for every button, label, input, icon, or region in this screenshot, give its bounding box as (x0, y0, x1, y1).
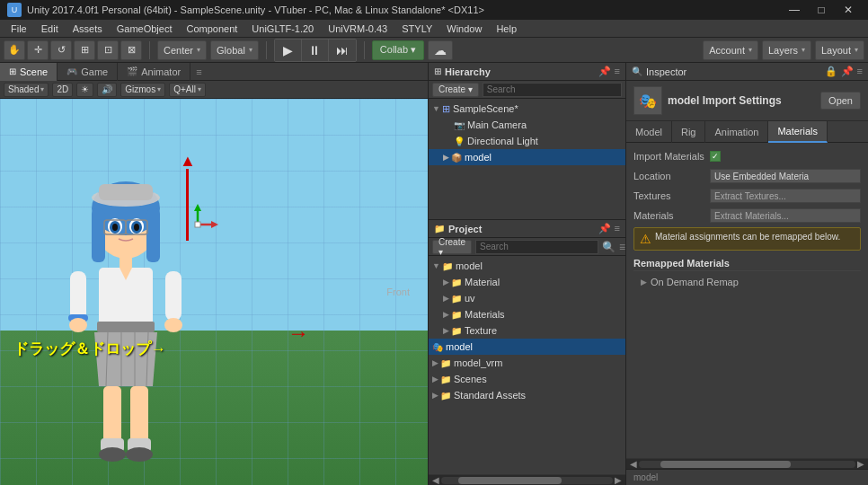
menu-univrm[interactable]: UniVRM-0.43 (321, 20, 394, 38)
hierarchy-model[interactable]: ▶ 📦 model (429, 149, 625, 165)
inspector-actions: 🔒 📌 ≡ (825, 66, 863, 77)
inspector-object-header: 🎭 model Import Settings Open (626, 81, 868, 121)
svg-rect-24 (70, 271, 86, 321)
tab-animation[interactable]: Animation (705, 121, 768, 143)
project-scrollbar[interactable]: ◀ ▶ (429, 474, 625, 485)
hierarchy-directional-light[interactable]: 💡 Directional Light (429, 133, 625, 149)
scrollbar-track[interactable] (441, 477, 613, 484)
project-model-asset[interactable]: 🎭 model (429, 339, 625, 355)
gizmos-dropdown[interactable]: Gizmos▾ (120, 83, 165, 97)
center-dropdown[interactable]: Center▾ (157, 40, 207, 60)
move-tool[interactable]: ✛ (27, 40, 49, 60)
project-menu[interactable]: ≡ (615, 223, 620, 234)
scroll-left[interactable]: ◀ (430, 475, 441, 485)
menu-gameobject[interactable]: GameObject (110, 20, 180, 38)
scale-tool[interactable]: ⊞ (74, 40, 95, 60)
textures-btn[interactable]: Extract Textures... (710, 189, 861, 203)
drag-arrow-right: → (288, 321, 309, 346)
project-panel: 📁 Project 📌 ≡ Create ▾ 🔍 ≡ ▼ 📁 (429, 220, 625, 485)
open-button[interactable]: Open (820, 92, 861, 110)
search-filter[interactable]: Q+All▾ (169, 83, 206, 97)
svg-point-33 (99, 447, 126, 462)
account-dropdown[interactable]: Account▾ (703, 40, 758, 60)
materials-btn[interactable]: Extract Materials... (710, 208, 861, 223)
menu-unigltf[interactable]: UniGLTF-1.20 (244, 20, 321, 38)
play-button[interactable]: ▶ (275, 40, 302, 61)
scene-tab-bar: ⊞ Scene 🎮 Game 🎬 Animator ≡ (0, 63, 428, 81)
cloud-button[interactable]: ☁ (428, 40, 453, 60)
import-materials-label: Import Materials (633, 151, 710, 162)
rotate-tool[interactable]: ↺ (50, 40, 72, 60)
menu-window[interactable]: Window (439, 20, 489, 38)
hierarchy-search[interactable] (483, 83, 622, 97)
hierarchy-panel: ⊞ Hierarchy 📌 ≡ Create ▾ ▼ ⊞ SampleScene… (429, 63, 625, 220)
audio-button[interactable]: 🔊 (97, 83, 117, 97)
tab-rig[interactable]: Rig (672, 121, 706, 143)
project-search-icon[interactable]: 🔍 (602, 241, 616, 253)
rect-tool[interactable]: ⊡ (97, 40, 119, 60)
collab-button[interactable]: Collab ▾ (372, 40, 424, 60)
insp-scrollbar-track[interactable] (639, 461, 855, 468)
location-value[interactable]: Use Embedded Materia (710, 169, 861, 183)
hierarchy-main-camera[interactable]: 📷 Main Camera (429, 117, 625, 133)
menu-styly[interactable]: STYLY (394, 20, 439, 38)
lighting-button[interactable]: ☀ (76, 83, 93, 97)
project-search[interactable] (475, 240, 598, 254)
tab-model[interactable]: Model (626, 121, 672, 143)
tab-more[interactable]: ≡ (190, 66, 207, 77)
shading-dropdown[interactable]: Shaded▾ (4, 83, 49, 97)
hand-tool[interactable]: ✋ (4, 40, 25, 60)
menubar: File Edit Assets GameObject Component Un… (0, 20, 868, 38)
on-demand-remap[interactable]: ▶ On Demand Remap (633, 275, 861, 289)
inspector-menu[interactable]: ≡ (857, 66, 863, 77)
insp-scrollbar-thumb[interactable] (660, 461, 791, 468)
project-options[interactable]: ≡ (619, 241, 625, 253)
project-standard-assets-folder[interactable]: ▶ 📁 Standard Assets (429, 387, 625, 403)
transform-tool[interactable]: ⊠ (120, 40, 142, 60)
project-material-folder[interactable]: ▶ 📁 Material (429, 274, 625, 290)
menu-file[interactable]: File (4, 20, 34, 38)
tab-game[interactable]: 🎮 Game (58, 63, 118, 81)
svg-rect-39 (195, 222, 200, 227)
step-button[interactable]: ⏭ (329, 40, 356, 61)
project-texture-folder[interactable]: ▶ 📁 Texture (429, 322, 625, 339)
scroll-right[interactable]: ▶ (613, 475, 624, 485)
tab-animator[interactable]: 🎬 Animator (118, 63, 190, 81)
menu-assets[interactable]: Assets (66, 20, 110, 38)
hierarchy-scene-root[interactable]: ▼ ⊞ SampleScene* (429, 101, 625, 117)
menu-edit[interactable]: Edit (34, 20, 66, 38)
project-materials-folder[interactable]: ▶ 📁 Materials (429, 306, 625, 322)
2d-button[interactable]: 2D (52, 83, 73, 97)
project-model-folder[interactable]: ▼ 📁 model (429, 258, 625, 274)
layout-dropdown[interactable]: Layout▾ (815, 40, 864, 60)
hierarchy-pin[interactable]: 📌 (598, 66, 611, 77)
project-scenes-folder[interactable]: ▶ 📁 Scenes (429, 371, 625, 387)
scene-viewport[interactable]: ▲ Front ドラッグ＆ドロップ→ → (0, 99, 428, 485)
layers-dropdown[interactable]: Layers▾ (762, 40, 811, 60)
hierarchy-create-btn[interactable]: Create ▾ (432, 83, 479, 97)
hierarchy-menu[interactable]: ≡ (615, 66, 620, 77)
insp-scroll-right[interactable]: ▶ (855, 459, 866, 469)
tab-scene[interactable]: ⊞ Scene (0, 63, 58, 81)
pause-button[interactable]: ⏸ (302, 40, 329, 61)
menu-component[interactable]: Component (179, 20, 244, 38)
maximize-button[interactable]: □ (809, 0, 834, 20)
project-create-btn[interactable]: Create ▾ (432, 240, 472, 254)
tab-materials[interactable]: Materials (768, 121, 828, 143)
insp-scroll-left[interactable]: ◀ (628, 459, 639, 469)
inspector-lock[interactable]: 🔒 (825, 66, 837, 77)
minimize-button[interactable]: — (782, 0, 807, 20)
global-dropdown[interactable]: Global▾ (210, 40, 259, 60)
project-uv-folder[interactable]: ▶ 📁 uv (429, 290, 625, 306)
project-model-vrm-folder[interactable]: ▶ 📁 model_vrm (429, 355, 625, 371)
inspector-pin[interactable]: 📌 (841, 66, 854, 77)
svg-rect-27 (165, 271, 182, 321)
project-pin[interactable]: 📌 (598, 223, 611, 234)
close-button[interactable]: ✕ (836, 0, 861, 20)
import-materials-checkbox[interactable]: ✓ (710, 151, 721, 162)
scrollbar-thumb[interactable] (458, 477, 562, 484)
svg-marker-36 (194, 204, 201, 211)
window-controls[interactable]: — □ ✕ (782, 0, 861, 20)
menu-help[interactable]: Help (489, 20, 524, 38)
inspector-scrollbar[interactable]: ◀ ▶ (626, 458, 868, 469)
